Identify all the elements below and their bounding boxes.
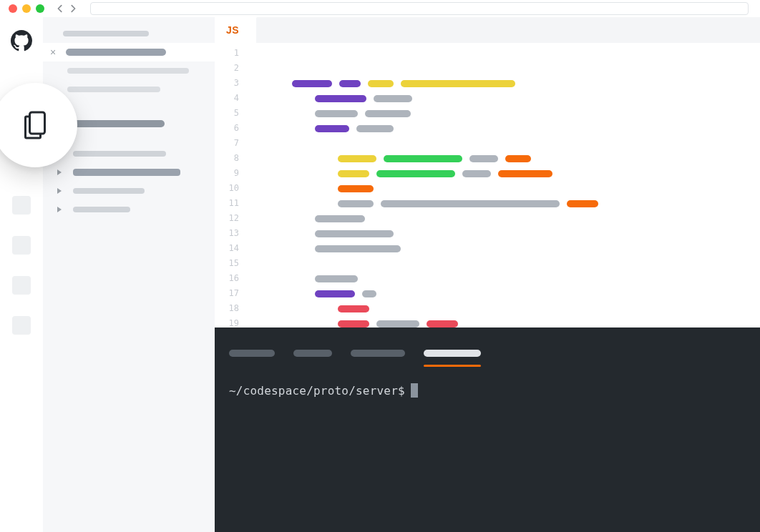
code-token — [292, 80, 332, 87]
code-token — [356, 125, 394, 132]
line-number: 15 — [215, 256, 239, 271]
code-line — [246, 61, 760, 76]
window-titlebar — [0, 0, 760, 17]
code-line — [246, 226, 760, 241]
github-icon[interactable] — [11, 30, 32, 51]
line-number: 17 — [215, 286, 239, 301]
editor-tabstrip: JS — [215, 17, 760, 43]
code-token — [384, 155, 462, 162]
code-token — [381, 200, 560, 207]
open-editor-row[interactable]: × — [43, 43, 215, 61]
code-line — [246, 106, 760, 121]
code-token — [362, 290, 376, 297]
code-token — [315, 95, 366, 102]
line-number: 8 — [215, 151, 239, 166]
file-row[interactable] — [43, 61, 215, 80]
code-area[interactable] — [246, 43, 760, 327]
code-line — [246, 151, 760, 166]
terminal-tab[interactable] — [229, 350, 275, 357]
line-number: 3 — [215, 76, 239, 91]
file-explorer: × — [43, 17, 215, 532]
code-token — [505, 155, 531, 162]
code-token — [376, 170, 455, 177]
close-icon[interactable]: × — [50, 46, 56, 58]
code-token — [315, 215, 365, 222]
chevron-right-icon — [57, 207, 62, 212]
line-number: 12 — [215, 211, 239, 226]
code-line — [246, 91, 760, 106]
line-number: 9 — [215, 166, 239, 181]
code-token — [315, 125, 349, 132]
code-line — [246, 241, 760, 256]
line-number: 1 — [215, 46, 239, 61]
code-token — [365, 110, 411, 117]
window-zoom-button[interactable] — [36, 4, 44, 13]
activity-item[interactable] — [12, 236, 31, 255]
code-line — [246, 166, 760, 181]
line-number: 2 — [215, 61, 239, 76]
nav-arrows — [54, 3, 79, 14]
file-row[interactable] — [43, 80, 215, 99]
code-token — [368, 80, 394, 87]
explorer-header-row[interactable] — [43, 24, 215, 43]
tree-item[interactable] — [43, 163, 215, 182]
code-line — [246, 196, 760, 211]
line-number: 13 — [215, 226, 239, 241]
nav-forward-button[interactable] — [67, 3, 79, 14]
window-minimize-button[interactable] — [22, 4, 31, 13]
code-token — [338, 170, 369, 177]
terminal-tabs — [215, 327, 760, 366]
terminal-tab[interactable] — [293, 350, 332, 357]
activity-items — [0, 196, 43, 335]
terminal-cursor — [411, 383, 418, 398]
line-number: 10 — [215, 181, 239, 196]
tree-item[interactable] — [43, 200, 215, 219]
code-token — [401, 80, 515, 87]
code-line — [246, 181, 760, 196]
code-line — [246, 76, 760, 91]
terminal-tab[interactable] — [351, 350, 405, 357]
line-number-gutter: 12345678910111213141516171819 — [215, 43, 246, 327]
activity-item[interactable] — [12, 316, 31, 335]
chevron-right-icon — [57, 188, 62, 194]
activity-item[interactable] — [12, 196, 31, 215]
editor-tab-active[interactable]: JS — [215, 17, 250, 43]
code-token — [338, 320, 369, 327]
code-line — [246, 301, 760, 316]
code-token — [338, 185, 374, 192]
code-token — [315, 230, 394, 237]
code-line — [246, 286, 760, 301]
activity-item[interactable] — [12, 276, 31, 295]
code-token — [338, 200, 374, 207]
code-line — [246, 136, 760, 151]
code-line — [246, 271, 760, 286]
code-line — [246, 316, 760, 327]
tab-language-badge: JS — [226, 24, 239, 36]
files-icon — [22, 111, 48, 139]
terminal-prompt: ~/codespace/proto/server$ — [229, 384, 405, 398]
editor-tabstrip-empty — [256, 17, 760, 43]
terminal-tab-active[interactable] — [424, 350, 481, 357]
code-editor[interactable]: 12345678910111213141516171819 — [215, 43, 760, 327]
code-token — [315, 275, 358, 282]
nav-back-button[interactable] — [54, 3, 66, 14]
line-number: 7 — [215, 136, 239, 151]
code-line — [246, 211, 760, 226]
chevron-right-icon — [57, 169, 62, 175]
window-controls — [9, 4, 44, 13]
window-close-button[interactable] — [9, 4, 17, 13]
code-token — [376, 320, 419, 327]
address-bar[interactable] — [90, 2, 749, 15]
line-number: 19 — [215, 316, 239, 327]
editor-column: JS 12345678910111213141516171819 ~/codes… — [215, 17, 760, 532]
code-token — [338, 305, 369, 312]
code-token — [469, 155, 498, 162]
line-number: 6 — [215, 121, 239, 136]
terminal-body[interactable]: ~/codespace/proto/server$ — [215, 366, 760, 398]
code-line — [246, 121, 760, 136]
line-number: 14 — [215, 241, 239, 256]
tree-item[interactable] — [43, 182, 215, 200]
code-line — [246, 46, 760, 61]
line-number: 18 — [215, 301, 239, 316]
line-number: 5 — [215, 106, 239, 121]
